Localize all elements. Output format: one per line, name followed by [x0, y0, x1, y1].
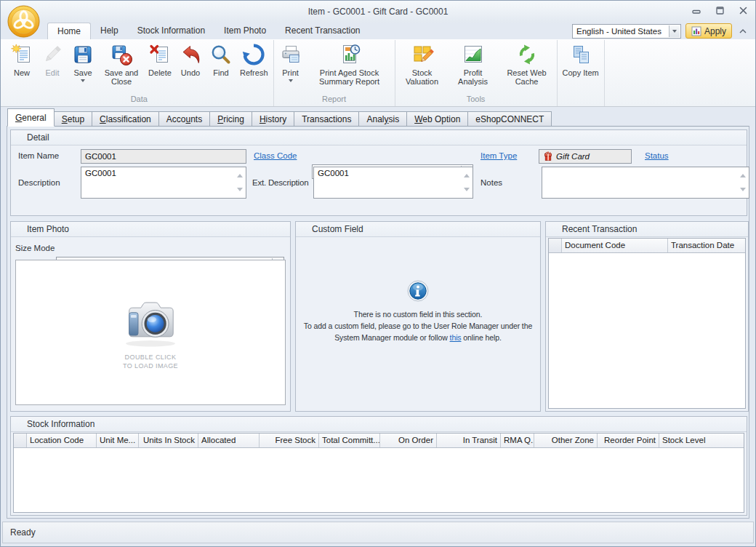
- tab-setup[interactable]: Setup: [54, 111, 92, 127]
- status-bar: Ready: [2, 522, 754, 543]
- item-name-input[interactable]: GC0001: [81, 149, 246, 164]
- tab-general[interactable]: General: [7, 108, 55, 127]
- stock-valuation-button[interactable]: Stock Valuation: [397, 40, 448, 86]
- tab-classification[interactable]: Classification: [92, 111, 159, 127]
- minimize-button[interactable]: [690, 5, 703, 15]
- photo-dropzone[interactable]: DOUBLE CLICK TO LOAD IMAGE: [15, 260, 286, 405]
- ribbon-group-data: New Edit: [5, 40, 274, 106]
- column-header-free-stock[interactable]: Free Stock: [260, 434, 319, 447]
- app-menu-button[interactable]: [7, 4, 41, 39]
- tab-web-option[interactable]: Web Option: [406, 111, 468, 127]
- refresh-icon: [242, 43, 265, 66]
- stock-information-grid: Location Code Unit Me... Units In Stock …: [13, 433, 744, 513]
- tab-transactions[interactable]: Transactions: [294, 111, 359, 127]
- description-scroll-down-icon[interactable]: [237, 188, 243, 194]
- online-help-link[interactable]: this: [450, 333, 462, 342]
- stock-information-section: Stock Information Location Code Unit Me.…: [10, 416, 747, 516]
- apply-icon: [691, 26, 701, 36]
- save-dropdown-caret-icon[interactable]: [81, 79, 85, 84]
- description-textarea[interactable]: GC0001: [81, 167, 246, 199]
- edit-button[interactable]: Edit: [37, 40, 68, 77]
- tab-history[interactable]: History: [252, 111, 294, 127]
- item-type-value: Gift Card: [556, 152, 590, 161]
- tab-content-general: Detail Item Name GC0001 Class Code DEFAU…: [7, 126, 749, 519]
- column-header-rma-quantity[interactable]: RMA Q...: [501, 434, 534, 447]
- item-type-box[interactable]: Gift Card: [539, 149, 632, 164]
- column-header-units-in-stock[interactable]: Units In Stock: [139, 434, 198, 447]
- recent-transaction-section-title: Recent Transaction: [546, 222, 748, 237]
- status-link[interactable]: Status: [645, 151, 669, 160]
- ext-description-scroll-down-icon[interactable]: [464, 188, 470, 194]
- language-dropdown-arrow-icon[interactable]: [669, 25, 680, 37]
- row-selector-header[interactable]: [549, 239, 562, 252]
- ribbon-tab-stock-information[interactable]: Stock Information: [128, 23, 214, 39]
- reset-web-cache-button[interactable]: Reset Web Cache: [499, 40, 555, 86]
- group-label-tools: Tools: [397, 92, 555, 106]
- tab-analysis[interactable]: Analysis: [358, 111, 407, 127]
- tab-pricing[interactable]: Pricing: [209, 111, 252, 127]
- description-scroll-up-icon[interactable]: [237, 171, 243, 177]
- status-text: Ready: [10, 527, 36, 538]
- save-and-close-button[interactable]: Save and Close: [98, 40, 145, 86]
- print-aged-stock-summary-report-button[interactable]: Print Aged Stock Summary Report: [306, 40, 393, 86]
- save-icon: [71, 43, 94, 66]
- stock-information-grid-header: Location Code Unit Me... Units In Stock …: [14, 434, 744, 448]
- ribbon-tab-recent-transaction[interactable]: Recent Transaction: [276, 23, 369, 39]
- group-label-copy: [559, 101, 603, 106]
- row-selector-header[interactable]: [14, 434, 27, 447]
- titlebar: Item - GC0001 - Gift Card - GC0001: [1, 1, 755, 23]
- new-button[interactable]: New: [7, 40, 37, 77]
- ribbon-group-copy: Copy Item: [558, 40, 605, 106]
- column-header-other-zone[interactable]: Other Zone: [534, 434, 598, 447]
- close-button[interactable]: [736, 5, 749, 15]
- column-header-on-order[interactable]: On Order: [380, 434, 437, 447]
- notes-scroll-down-icon[interactable]: [740, 188, 746, 194]
- ribbon-tab-home[interactable]: Home: [47, 23, 91, 39]
- undo-button[interactable]: Undo: [175, 40, 206, 77]
- info-icon: [407, 280, 429, 302]
- notes-label: Notes: [480, 178, 502, 187]
- group-label-data: Data: [7, 92, 272, 106]
- class-code-link[interactable]: Class Code: [254, 151, 297, 160]
- custom-field-section-title: Custom Field: [296, 222, 540, 237]
- notes-textarea[interactable]: [542, 167, 749, 199]
- recent-transaction-grid-header: Document Code Transaction Date: [549, 239, 745, 253]
- refresh-button[interactable]: Refresh: [236, 40, 272, 77]
- maximize-button[interactable]: [713, 5, 726, 15]
- ext-description-textarea[interactable]: GC0001: [313, 167, 473, 199]
- ribbon-tab-help[interactable]: Help: [91, 23, 128, 39]
- aged-stock-report-icon: [338, 43, 361, 66]
- detail-section: Detail Item Name GC0001 Class Code DEFAU…: [10, 129, 747, 216]
- column-header-location-code[interactable]: Location Code: [27, 434, 97, 447]
- column-header-unit-measure[interactable]: Unit Me...: [97, 434, 139, 447]
- column-header-document-code[interactable]: Document Code: [562, 239, 668, 252]
- notes-scroll-up-icon[interactable]: [740, 171, 746, 177]
- column-header-allocated[interactable]: Allocated: [198, 434, 260, 447]
- column-header-reorder-point[interactable]: Reorder Point: [598, 434, 659, 447]
- print-dropdown-caret-icon[interactable]: [289, 79, 293, 84]
- copy-item-button[interactable]: Copy Item: [559, 40, 603, 77]
- column-header-transaction-date[interactable]: Transaction Date: [668, 239, 745, 252]
- collapse-ribbon-button[interactable]: [736, 25, 749, 38]
- language-select[interactable]: English - United States: [572, 24, 681, 39]
- camera-icon: [113, 295, 188, 350]
- apply-button[interactable]: Apply: [685, 23, 732, 39]
- stock-information-grid-body: [14, 448, 744, 512]
- item-type-link[interactable]: Item Type: [480, 151, 517, 160]
- column-header-stock-level[interactable]: Stock Level: [659, 434, 744, 447]
- save-and-close-icon: [110, 43, 133, 66]
- print-button[interactable]: Print: [276, 40, 306, 84]
- column-header-total-committed[interactable]: Total Committ...: [319, 434, 380, 447]
- ext-description-scroll-up-icon[interactable]: [464, 171, 470, 177]
- ribbon: New Edit: [1, 39, 755, 107]
- tab-eshopconnect[interactable]: eShopCONNECT: [467, 111, 552, 127]
- tab-accounts[interactable]: Accounts: [158, 111, 210, 127]
- save-button[interactable]: Save: [68, 40, 98, 84]
- profit-analysis-button[interactable]: Profit Analysis: [448, 40, 499, 86]
- find-button[interactable]: Find: [206, 40, 236, 77]
- delete-button[interactable]: Delete: [145, 40, 175, 77]
- item-name-label: Item Name: [18, 151, 59, 160]
- app-window: Item - GC0001 - Gift Card - GC0001: [0, 0, 756, 547]
- ribbon-tab-item-photo[interactable]: Item Photo: [214, 23, 276, 39]
- column-header-in-transit[interactable]: In Transit: [437, 434, 501, 447]
